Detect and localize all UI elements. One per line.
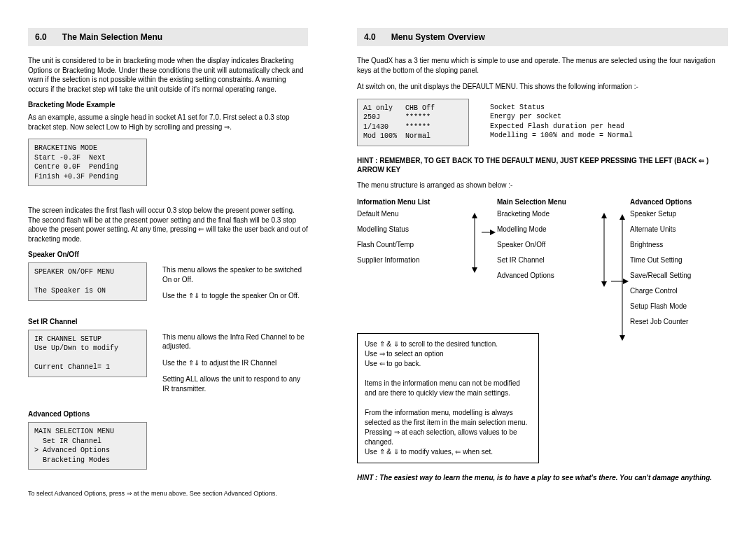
default-menu-row: A1 only CHB Off 250J ****** 1/1430 *****… [357, 99, 728, 146]
ir-desc-2: Use the ⇑⇓ to adjust the IR Channel [162, 358, 308, 368]
overview-intro: The QuadX has a 3 tier menu which is sim… [357, 56, 728, 75]
list-item: Modelling Mode [497, 225, 595, 234]
section-number: 6.0 [35, 32, 47, 42]
adv-footer: To select Advanced Options, press ⇒ at t… [28, 489, 308, 498]
left-column: 6.0 The Main Selection Menu The unit is … [28, 28, 308, 506]
arranged-text: The menu structure is arranged as shown … [357, 181, 728, 190]
bme-heading: Bracketing Mode Example [28, 101, 308, 108]
section-header-6: 6.0 The Main Selection Menu [28, 28, 308, 46]
bme-text: As an example, assume a single head in s… [28, 113, 308, 132]
adv-display: MAIN SELECTION MENU Set IR Channel > Adv… [28, 422, 147, 470]
ir-desc-1: This menu allows the Infra Red Channel t… [162, 332, 308, 351]
adv-options-column: Speaker Setup Alternate Units Brightness… [630, 210, 728, 326]
speaker-heading: Speaker On/Off [28, 251, 308, 258]
speaker-desc-1: This menu allows the speaker to be switc… [162, 265, 308, 284]
ir-desc-3: Setting ALL allows the unit to respond t… [162, 374, 308, 393]
svg-marker-11 [620, 214, 625, 220]
list-item: Save/Recall Setting [630, 272, 728, 280]
list-item: Charge Control [630, 287, 728, 295]
header-adv-options: Advanced Options [630, 198, 728, 206]
list-item: Modelling Status [357, 225, 465, 234]
intro-text: The unit is considered to be in bracketi… [28, 56, 308, 94]
svg-marker-6 [601, 213, 607, 218]
list-item: Brightness [630, 241, 728, 249]
hint-bold: HINT : REMEMBER, TO GET BACK TO THE DEFA… [357, 156, 728, 175]
speaker-desc-2: Use the ⇑⇓ to toggle the speaker On or O… [162, 291, 308, 301]
adv-heading: Advanced Options [28, 410, 308, 418]
arrow-column-1 [465, 210, 497, 326]
after-bme-text: The screen indicates the first flash wil… [28, 206, 308, 244]
header-info-menu: Information Menu List [357, 198, 497, 206]
list-item: Alternate Units [630, 225, 728, 234]
default-menu-legend: Socket Status Energy per socket Expected… [490, 99, 633, 146]
right-column: 4.0 Menu System Overview The QuadX has a… [357, 28, 728, 506]
help-box: Use ⇑ & ⇓ to scroll to the desired funct… [357, 333, 539, 463]
menu-diagram: Default Menu Modelling Status Flash Coun… [357, 210, 728, 326]
updown-arrow-icon [616, 213, 629, 342]
ir-display: IR CHANNEL SETUP Use Up/Dwn to modify Cu… [28, 330, 147, 377]
list-item: Supplier Information [357, 256, 465, 265]
list-item: Advanced Options [497, 272, 595, 280]
list-item: Setup Flash Mode [630, 302, 728, 311]
svg-marker-12 [620, 335, 625, 341]
svg-marker-2 [472, 267, 477, 273]
updown-arrow-icon [468, 211, 496, 274]
list-item: Speaker Setup [630, 210, 728, 218]
list-item: Set IR Channel [497, 256, 595, 265]
list-item: Time Out Setting [630, 256, 728, 265]
svg-marker-1 [472, 213, 477, 218]
list-item: Flash Count/Temp [357, 241, 465, 249]
svg-marker-7 [601, 281, 607, 287]
info-menu-column: Default Menu Modelling Status Flash Coun… [357, 210, 465, 326]
overview-intro2: At switch on, the unit displays the DEFA… [357, 82, 728, 92]
list-item: Default Menu [357, 210, 465, 218]
hint-italic: HINT : The easiest way to learn the menu… [357, 473, 728, 483]
bracketing-mode-display: BRACKETING MODE Start -0.3F Next Centre … [28, 139, 147, 186]
menu-diagram-headers: Information Menu List Main Selection Men… [357, 198, 728, 206]
speaker-desc: This menu allows the speaker to be switc… [162, 262, 308, 308]
section-title: The Main Selection Menu [62, 32, 162, 42]
default-menu-display: A1 only CHB Off 250J ****** 1/1430 *****… [357, 99, 469, 146]
list-item: Bracketing Mode [497, 210, 595, 218]
section-header-4: 4.0 Menu System Overview [357, 28, 728, 46]
svg-marker-4 [490, 230, 496, 235]
section-number: 4.0 [364, 32, 376, 42]
list-item: Reset Job Counter [630, 318, 728, 326]
list-item: Speaker On/Off [497, 241, 595, 249]
header-main-menu: Main Selection Menu [497, 198, 630, 206]
main-menu-column: Bracketing Mode Modelling Mode Speaker O… [497, 210, 595, 326]
speaker-display: SPEAKER ON/OFF MENU The Speaker is ON [28, 262, 147, 301]
section-title: Menu System Overview [391, 32, 485, 42]
ir-desc: This menu allows the Infra Red Channel t… [162, 330, 308, 401]
ir-heading: Set IR Channel [28, 318, 308, 325]
